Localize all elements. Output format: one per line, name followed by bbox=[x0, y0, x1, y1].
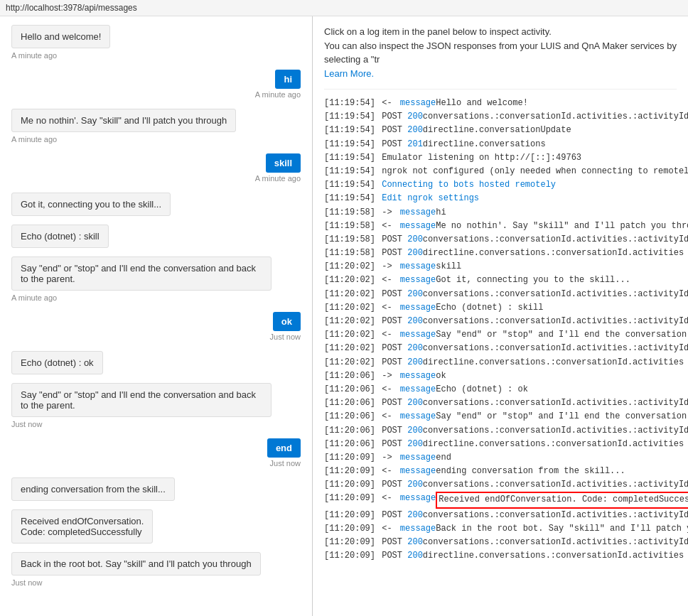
log-arrow: <- bbox=[382, 522, 392, 536]
log-line[interactable]: [11:20:06] <- message Echo (dotnet) : ok bbox=[324, 383, 677, 396]
log-message-link[interactable]: message bbox=[400, 492, 436, 508]
log-status-link[interactable]: 200 bbox=[407, 509, 423, 522]
log-line[interactable]: [11:19:54] <- message Hello and welcome! bbox=[324, 97, 677, 110]
log-status-link[interactable]: 200 bbox=[407, 233, 423, 247]
log-line[interactable]: [11:20:06] POST 200 conversations.:conve… bbox=[324, 396, 677, 410]
log-line[interactable]: [11:19:54] Connecting to bots hosted rem… bbox=[324, 178, 677, 192]
log-message-link[interactable]: message bbox=[400, 220, 436, 233]
log-status-link[interactable]: 200 bbox=[407, 438, 423, 451]
log-panel[interactable]: Click on a log item in the panel below t… bbox=[313, 16, 688, 616]
log-time: [11:19:54] bbox=[324, 124, 375, 137]
log-time: [11:19:58] bbox=[324, 247, 375, 260]
log-message-link[interactable]: message bbox=[400, 465, 436, 478]
log-time: [11:20:06] bbox=[324, 396, 375, 410]
log-line[interactable]: [11:20:09] POST 200 directline.conversat… bbox=[324, 549, 677, 563]
log-message-link[interactable]: message bbox=[400, 410, 436, 423]
bot-bubble[interactable]: Received endOfConversation. Code: comple… bbox=[11, 509, 153, 544]
user-bubble[interactable]: ok bbox=[273, 312, 301, 331]
log-line[interactable]: [11:20:02] POST 200 directline.conversat… bbox=[324, 356, 677, 369]
learn-more-link[interactable]: Learn More. bbox=[324, 68, 374, 79]
bot-bubble[interactable]: Hello and welcome! bbox=[11, 25, 110, 48]
log-line[interactable]: [11:19:54] ngrok not configured (only ne… bbox=[324, 165, 677, 178]
log-message-link[interactable]: message bbox=[400, 369, 436, 383]
log-status-link[interactable]: 200 bbox=[407, 478, 423, 492]
log-line[interactable]: [11:19:58] POST 200 conversations.:conve… bbox=[324, 233, 677, 247]
log-line[interactable]: [11:20:09] <- message Received endOfConv… bbox=[324, 492, 677, 508]
log-line[interactable]: [11:20:09] POST 200 conversations.:conve… bbox=[324, 478, 677, 492]
log-line[interactable]: [11:19:54] POST 201 directline.conversat… bbox=[324, 138, 677, 151]
bot-bubble[interactable]: Say "end" or "stop" and I'll end the con… bbox=[11, 383, 272, 417]
log-line[interactable]: [11:20:02] <- message Say "end" or "stop… bbox=[324, 328, 677, 342]
log-status-link[interactable]: 200 bbox=[407, 124, 423, 137]
log-path: conversations.:conversationId.activities… bbox=[423, 536, 688, 549]
log-message-link[interactable]: message bbox=[400, 274, 436, 287]
bot-bubble[interactable]: Echo (dotnet) : ok bbox=[11, 351, 103, 374]
bot-bubble[interactable]: Me no nothin'. Say "skill" and I'll patc… bbox=[11, 109, 236, 132]
log-line[interactable]: [11:20:02] POST 200 conversations.:conve… bbox=[324, 342, 677, 355]
log-line[interactable]: [11:20:06] POST 200 conversations.:conve… bbox=[324, 424, 677, 438]
log-message-link[interactable]: message bbox=[400, 328, 436, 342]
log-time: [11:20:02] bbox=[324, 342, 375, 355]
log-status-link[interactable]: 200 bbox=[407, 315, 423, 328]
log-line[interactable]: [11:20:02] POST 200 conversations.:conve… bbox=[324, 315, 677, 328]
log-line[interactable]: [11:20:09] POST 200 conversations.:conve… bbox=[324, 536, 677, 549]
log-message-link[interactable]: message bbox=[400, 301, 436, 315]
log-line[interactable]: [11:20:09] <- message ending conversatio… bbox=[324, 465, 677, 478]
log-path: conversations.:conversationId.activities… bbox=[423, 509, 688, 522]
log-line[interactable]: [11:20:09] -> message end bbox=[324, 451, 677, 465]
log-line[interactable]: [11:19:58] <- message Me no nothin'. Say… bbox=[324, 220, 677, 233]
url-display: http://localhost:3978/api/messages bbox=[6, 3, 137, 13]
log-message-link[interactable]: message bbox=[400, 97, 436, 110]
bot-message-block: Hello and welcome!A minute ago bbox=[11, 25, 301, 63]
bot-bubble[interactable]: Say "end" or "stop" and I'll end the con… bbox=[11, 256, 272, 291]
log-line[interactable]: [11:20:06] -> message ok bbox=[324, 369, 677, 383]
log-line[interactable]: [11:19:54] POST 200 conversations.:conve… bbox=[324, 110, 677, 124]
log-status-link[interactable]: 200 bbox=[407, 549, 423, 563]
bot-bubble[interactable]: ending conversation from the skill... bbox=[11, 477, 175, 501]
log-line[interactable]: [11:20:02] POST 200 conversations.:conve… bbox=[324, 288, 677, 301]
user-bubble[interactable]: end bbox=[267, 438, 301, 458]
log-line[interactable]: [11:19:54] POST 200 directline.conversat… bbox=[324, 124, 677, 137]
user-bubble[interactable]: skill bbox=[266, 153, 301, 173]
log-text: Say "end" or "stop" and I'll end the con… bbox=[436, 328, 688, 342]
log-message-link[interactable]: message bbox=[400, 451, 436, 465]
timestamp: A minute ago bbox=[11, 51, 57, 60]
log-line[interactable]: [11:19:54] Emulator listening on http://… bbox=[324, 151, 677, 165]
bot-bubble[interactable]: Echo (dotnet) : skill bbox=[11, 225, 109, 248]
log-line[interactable]: [11:19:58] POST 200 directline.conversat… bbox=[324, 247, 677, 260]
timestamp: Just now bbox=[11, 578, 42, 587]
log-status-link[interactable]: 200 bbox=[407, 396, 423, 410]
log-message-link[interactable]: message bbox=[400, 260, 436, 274]
log-time: [11:19:58] bbox=[324, 220, 375, 233]
log-link-item[interactable]: Connecting to bots hosted remotely bbox=[382, 178, 556, 192]
log-status-link[interactable]: 200 bbox=[407, 110, 423, 124]
log-line[interactable]: [11:20:02] <- message Echo (dotnet) : sk… bbox=[324, 301, 677, 315]
log-line[interactable]: [11:20:09] POST 200 conversations.:conve… bbox=[324, 509, 677, 522]
log-status-link[interactable]: 200 bbox=[407, 342, 423, 355]
log-line[interactable]: [11:20:02] -> message skill bbox=[324, 260, 677, 274]
log-status-link[interactable]: 201 bbox=[407, 138, 423, 151]
bot-bubble[interactable]: Back in the root bot. Say "skill" and I'… bbox=[11, 552, 261, 576]
log-line[interactable]: [11:19:54] Edit ngrok settings bbox=[324, 192, 677, 205]
log-status-link[interactable]: 200 bbox=[407, 424, 423, 438]
log-message-link[interactable]: message bbox=[400, 383, 436, 396]
log-message-link[interactable]: message bbox=[400, 206, 436, 220]
user-bubble[interactable]: hi bbox=[275, 70, 301, 89]
log-status-link[interactable]: 200 bbox=[407, 247, 423, 260]
log-status-link[interactable]: 200 bbox=[407, 288, 423, 301]
log-link-item[interactable]: Edit ngrok settings bbox=[382, 192, 479, 205]
log-line[interactable]: [11:20:09] <- message Back in the root b… bbox=[324, 522, 677, 536]
log-time: [11:20:06] bbox=[324, 424, 375, 438]
log-status-link[interactable]: 200 bbox=[407, 536, 423, 549]
log-line[interactable]: [11:20:06] <- message Say "end" or "stop… bbox=[324, 410, 677, 423]
chat-panel[interactable]: Hello and welcome!A minute agohiA minute… bbox=[0, 16, 313, 616]
log-status-link[interactable]: 200 bbox=[407, 356, 423, 369]
log-arrow: -> bbox=[382, 451, 392, 465]
log-line[interactable]: [11:19:58] -> message hi bbox=[324, 206, 677, 220]
log-line[interactable]: [11:20:02] <- message Got it, connecting… bbox=[324, 274, 677, 287]
bot-bubble[interactable]: Got it, connecting you to the skill... bbox=[11, 193, 171, 216]
user-message-block: okJust now bbox=[11, 312, 301, 344]
log-post: POST bbox=[382, 478, 402, 492]
log-message-link[interactable]: message bbox=[400, 522, 436, 536]
log-line[interactable]: [11:20:06] POST 200 directline.conversat… bbox=[324, 438, 677, 451]
